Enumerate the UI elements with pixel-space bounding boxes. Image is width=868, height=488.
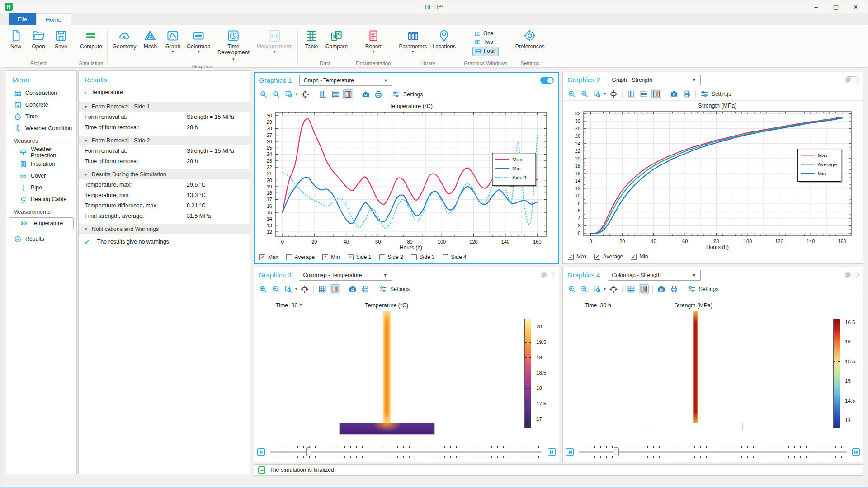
dropdown-caret-icon[interactable]: ▼ (294, 287, 298, 291)
zoom-select-icon[interactable] (592, 89, 602, 99)
compare-button[interactable]: Compare (323, 26, 350, 50)
time-development-button[interactable]: Time Development ▼ (213, 26, 253, 62)
series-checkbox-side-2[interactable]: Side 2 (379, 254, 403, 260)
settings-button[interactable]: Settings (378, 284, 410, 294)
results-section-header-form-removal-side-2[interactable]: ▼Form Removal - Side 2 (79, 136, 250, 145)
zoom-in-icon[interactable] (259, 89, 269, 99)
zoom-out-icon[interactable] (580, 89, 590, 99)
zoom-extents-icon[interactable] (300, 89, 310, 99)
zoom-in-icon[interactable] (258, 284, 268, 294)
sidebar-item-cover[interactable]: Cover (6, 170, 76, 182)
maximize-button[interactable]: ▢ (826, 0, 846, 13)
colorbar-icon[interactable] (330, 284, 340, 294)
sidebar-item-construction[interactable]: Construction (6, 87, 76, 99)
snapshot-icon[interactable] (656, 284, 666, 294)
slider-step-back-button[interactable] (257, 448, 265, 456)
graphics4-toggle[interactable] (845, 272, 859, 278)
sidebar-item-pipe[interactable]: Pipe (6, 182, 76, 193)
minimize-button[interactable]: – (806, 0, 826, 13)
graphics3-toggle[interactable] (541, 272, 554, 278)
settings-button[interactable]: Settings (687, 284, 718, 294)
zoom-out-icon[interactable] (271, 89, 281, 99)
one-button[interactable]: One (472, 30, 497, 38)
grid-x-icon[interactable] (626, 89, 636, 99)
print-icon[interactable] (682, 89, 692, 99)
preferences-button[interactable]: Preferences (513, 26, 547, 50)
open-button[interactable]: Open (28, 26, 49, 50)
parameters-button[interactable]: Parameters▼ (397, 26, 429, 54)
zoom-extents-icon[interactable] (300, 284, 310, 294)
slider-track[interactable] (270, 451, 542, 453)
dropdown-caret-icon[interactable]: ▼ (295, 92, 298, 96)
slider-track[interactable] (579, 451, 847, 453)
slider-step-back-button[interactable] (566, 448, 574, 456)
colorbar-icon[interactable] (639, 284, 649, 294)
four-button[interactable]: Four (472, 47, 499, 56)
series-checkbox-side-3[interactable]: Side 3 (411, 254, 435, 260)
zoom-select-icon[interactable] (284, 89, 294, 99)
locations-button[interactable]: Locations (430, 26, 458, 50)
grid-table-icon[interactable] (626, 284, 636, 294)
slider-step-forward-button[interactable] (548, 448, 556, 456)
legend-icon[interactable] (343, 89, 353, 99)
colormap-button[interactable]: Colormap▼ (184, 26, 212, 54)
mesh-button[interactable]: Mesh (139, 26, 161, 50)
series-checkbox-max[interactable]: ✓Max (568, 253, 587, 260)
snapshot-icon[interactable] (348, 284, 358, 294)
zoom-in-icon[interactable] (567, 284, 577, 294)
dropdown-caret-icon[interactable]: ▼ (603, 287, 607, 291)
close-button[interactable]: ✕ (846, 0, 866, 13)
save-button[interactable]: Save (50, 26, 72, 50)
new-button[interactable]: New (5, 26, 27, 50)
sidebar-item-time[interactable]: Time (6, 111, 76, 122)
compute-button[interactable]: Compute (78, 26, 104, 50)
dropdown-caret-icon[interactable]: ▼ (603, 92, 607, 96)
results-section-header-notifications-and-warnings[interactable]: ▼Notifications and Warnings (79, 224, 250, 234)
zoom-in-icon[interactable] (567, 89, 577, 99)
sidebar-item-concrete[interactable]: Concrete (6, 99, 76, 111)
snapshot-icon[interactable] (361, 89, 371, 99)
grid-y-icon[interactable] (330, 89, 340, 99)
graph-button[interactable]: Graph▼ (162, 26, 184, 54)
zoom-select-icon[interactable] (283, 284, 293, 294)
sidebar-item-insulation[interactable]: Insulation (6, 158, 76, 170)
snapshot-icon[interactable] (669, 89, 679, 99)
grid-table-icon[interactable] (317, 284, 327, 294)
legend-icon[interactable] (651, 89, 661, 99)
series-checkbox-average[interactable]: ✓Average (594, 253, 623, 260)
tab-file[interactable]: File (9, 13, 36, 25)
zoom-extents-icon[interactable] (609, 284, 618, 294)
settings-button[interactable]: Settings (699, 89, 731, 99)
geometry-button[interactable]: Geometry (110, 26, 139, 50)
series-checkbox-side-1[interactable]: ✓Side 1 (348, 254, 372, 260)
graphics4-view-dropdown[interactable]: Colormap - Strength▼ (608, 270, 701, 281)
sidebar-item-weather-protection[interactable]: Weather Protection (6, 146, 76, 158)
graphics2-view-dropdown[interactable]: Graph - Strength▼ (608, 75, 701, 85)
graphics1-toggle[interactable] (540, 77, 554, 84)
zoom-out-icon[interactable] (580, 284, 590, 294)
slider-handle[interactable] (306, 447, 311, 456)
sidebar-item-heating-cable[interactable]: Heating Cable (6, 193, 76, 205)
slider-handle[interactable] (614, 447, 619, 456)
report-button[interactable]: Report▼ (363, 26, 384, 54)
settings-button[interactable]: Settings (391, 89, 423, 99)
series-checkbox-max[interactable]: ✓Max (259, 254, 278, 260)
slider-step-forward-button[interactable] (852, 448, 860, 456)
print-icon[interactable] (373, 89, 383, 99)
table-button[interactable]: Table (301, 26, 322, 50)
graphics1-view-dropdown[interactable]: Graph - Temperature▼ (299, 75, 392, 86)
grid-y-icon[interactable] (639, 89, 649, 99)
results-section-header-form-removal-side-1[interactable]: ▼Form Removal - Side 1 (79, 102, 250, 112)
tab-home[interactable]: Home (36, 13, 71, 25)
sidebar-item-weather-condition[interactable]: Weather Condition (6, 122, 76, 134)
series-checkbox-min[interactable]: ✓Min (322, 254, 340, 260)
zoom-out-icon[interactable] (271, 284, 281, 294)
two-button[interactable]: Two (472, 38, 496, 47)
graphics2-toggle[interactable] (845, 76, 859, 83)
results-back-link[interactable]: ‹ Temperature (79, 86, 250, 99)
series-checkbox-average[interactable]: Average (286, 254, 315, 260)
graphics3-view-dropdown[interactable]: Colormap - Temperature▼ (299, 270, 392, 281)
print-icon[interactable] (360, 284, 370, 294)
sidebar-item-temperature[interactable]: Temperature (9, 217, 74, 229)
results-section-header-results-during-the-simulation[interactable]: ▼Results During the Simulation (79, 169, 250, 179)
